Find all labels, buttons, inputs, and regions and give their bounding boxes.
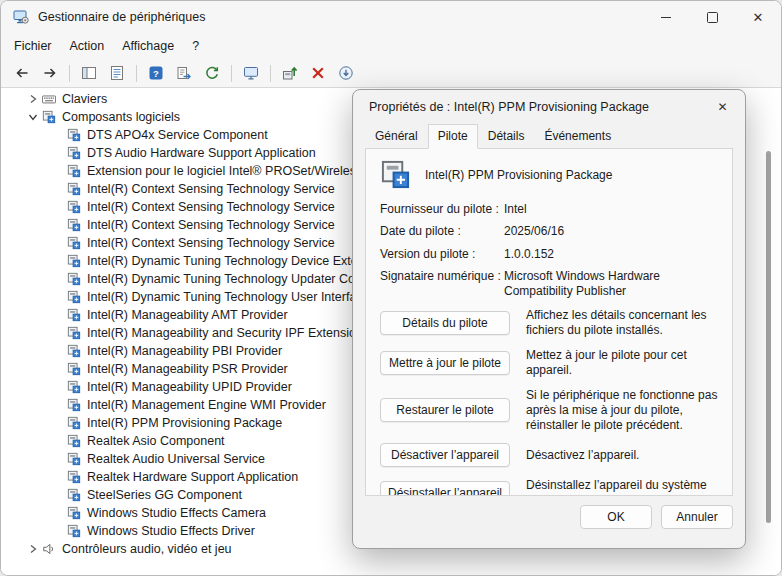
tree-item-label: Intel(R) Manageability AMT Provider: [87, 308, 288, 322]
tab-pilote[interactable]: Pilote: [428, 124, 478, 149]
device-manager-icon: [13, 9, 29, 25]
tree-item-label: Windows Studio Effects Camera: [87, 506, 266, 520]
dialog-tabs: GénéralPiloteDétailsÉvénements: [353, 124, 745, 149]
uninstall-device-button[interactable]: [305, 61, 331, 85]
d-sinstaller-l-appareil-button[interactable]: Désinstaller l’appareil: [380, 481, 510, 496]
component-icon: [67, 380, 81, 394]
action-row-restaurer-le-pilote: Restaurer le piloteSi le périphérique ne…: [380, 388, 718, 432]
field-value: Intel: [504, 202, 718, 216]
action-row-d-sinstaller-l-appareil: Désinstaller l’appareilDésinstallez l’ap…: [380, 478, 718, 496]
driver-fields: Fournisseur du pilote :IntelDate du pilo…: [380, 202, 718, 298]
menu-item-item[interactable]: ?: [183, 36, 208, 56]
collapse-chevron[interactable]: [25, 111, 40, 123]
uninstall-device-icon: [310, 65, 326, 81]
tree-item-label: Intel(R) Context Sensing Technology Serv…: [87, 236, 335, 250]
properties-button[interactable]: [104, 61, 130, 85]
field-label: Signataire numérique :: [380, 269, 504, 298]
component-icon: [67, 182, 81, 196]
tree-item-label: Intel(R) Context Sensing Technology Serv…: [87, 182, 335, 196]
tree-item-label: Claviers: [62, 92, 107, 106]
update-driver-button[interactable]: [277, 61, 303, 85]
remote-computer-button[interactable]: [238, 61, 264, 85]
minimize-button[interactable]: [643, 1, 689, 33]
close-icon: ✕: [753, 10, 764, 25]
back-button[interactable]: [9, 61, 35, 85]
field-label: Fournisseur du pilote :: [380, 202, 504, 216]
driver-tab-page: Intel(R) PPM Provisioning Package Fourni…: [365, 148, 733, 496]
field-label: Version du pilote :: [380, 247, 504, 261]
ok-button[interactable]: OK: [580, 505, 652, 529]
field-value: Microsoft Windows Hardware Compatibility…: [504, 269, 718, 298]
tree-item-label: Windows Studio Effects Driver: [87, 524, 255, 538]
tree-item-label: DTS APO4x Service Component: [87, 128, 268, 142]
action-row-mettre-jour-le-pilote: Mettre à jour le piloteMettez à jour le …: [380, 348, 718, 377]
tree-item-label: Intel(R) PPM Provisioning Package: [87, 416, 282, 430]
show-console-tree-icon: [81, 65, 97, 81]
menu-item-action[interactable]: Action: [61, 36, 114, 56]
tab-g-n-ral[interactable]: Général: [365, 124, 428, 149]
component-icon: [67, 146, 81, 160]
component-icon: [67, 524, 81, 538]
expand-chevron[interactable]: [25, 543, 40, 555]
restaurer-le-pilote-button[interactable]: Restaurer le pilote: [380, 398, 510, 422]
action-description: Désactivez l’appareil.: [526, 448, 718, 463]
action-description: Mettez à jour le pilote pour cet apparei…: [526, 348, 718, 377]
show-console-tree-button[interactable]: [76, 61, 102, 85]
minimize-icon: [661, 17, 671, 18]
properties-dialog: Propriétés de : Intel(R) PPM Provisionin…: [352, 89, 746, 549]
properties-icon: [109, 65, 125, 81]
action-description: Désinstallez l’appareil du système (avan…: [526, 478, 718, 496]
cancel-button[interactable]: Annuler: [661, 505, 733, 529]
maximize-button[interactable]: [689, 1, 735, 33]
dialog-title-bar: Propriétés de : Intel(R) PPM Provisionin…: [353, 90, 745, 124]
dialog-title: Propriétés de : Intel(R) PPM Provisionin…: [369, 100, 649, 114]
component-icon: [67, 164, 81, 178]
driver-field-date-du-pilote: Date du pilote :2025/06/16: [380, 224, 718, 238]
export-list-button[interactable]: [171, 61, 197, 85]
tree-item-label: DTS Audio Hardware Support Application: [87, 146, 316, 160]
forward-icon: [42, 65, 58, 81]
menu-item-affichage[interactable]: Affichage: [113, 36, 183, 56]
scan-hardware-changes-icon: [338, 65, 354, 81]
d-sactiver-l-appareil-button[interactable]: Désactiver l’appareil: [380, 443, 510, 467]
d-tails-du-pilote-button[interactable]: Détails du pilote: [380, 311, 510, 335]
component-icon: [67, 236, 81, 250]
close-button[interactable]: ✕: [735, 1, 781, 33]
tree-item-label: Intel(R) Manageability UPID Provider: [87, 380, 292, 394]
dialog-close-button[interactable]: ✕: [700, 90, 745, 124]
component-icon: [67, 326, 81, 340]
forward-button[interactable]: [37, 61, 63, 85]
speaker-icon: [42, 542, 56, 556]
software-component-icon: [380, 159, 411, 190]
action-description: Si le périphérique ne fonctionne pas apr…: [526, 388, 718, 432]
component-icon: [67, 398, 81, 412]
tree-item-label: Intel(R) Context Sensing Technology Serv…: [87, 218, 335, 232]
menu-item-fichier[interactable]: Fichier: [5, 36, 61, 56]
vertical-scrollbar[interactable]: [766, 151, 771, 523]
component-icon: [67, 128, 81, 142]
refresh-button[interactable]: [199, 61, 225, 85]
keyboard-icon: [42, 92, 56, 106]
help-button[interactable]: ?: [143, 61, 169, 85]
tab-d-tails[interactable]: Détails: [478, 124, 535, 149]
tree-item-label: Intel(R) Manageability PBI Provider: [87, 344, 282, 358]
tree-item-label: Intel(R) Context Sensing Technology Serv…: [87, 200, 335, 214]
tree-item-label: Intel(R) Dynamic Tuning Technology Updat…: [87, 272, 359, 286]
device-name: Intel(R) PPM Provisioning Package: [425, 168, 612, 182]
component-icon: [67, 200, 81, 214]
maximize-icon: [707, 12, 718, 23]
scan-hardware-changes-button[interactable]: [333, 61, 359, 85]
tree-item-label: Intel(R) Manageability PSR Provider: [87, 362, 288, 376]
component-icon: [67, 506, 81, 520]
mettre-jour-le-pilote-button[interactable]: Mettre à jour le pilote: [380, 351, 510, 375]
driver-field-version-du-pilote: Version du pilote :1.0.0.152: [380, 247, 718, 261]
window-controls: ✕: [643, 1, 781, 33]
action-description: Affichez les détails concernant les fich…: [526, 308, 718, 337]
component-icon: [67, 308, 81, 322]
tree-item-label: Realtek Asio Component: [87, 434, 225, 448]
toolbar: ?: [1, 59, 781, 88]
tab-v-nements[interactable]: Événements: [534, 124, 621, 149]
tree-item-label: Intel(R) Dynamic Tuning Technology User …: [87, 290, 363, 304]
driver-field-signataire-num-rique: Signataire numérique :Microsoft Windows …: [380, 269, 718, 298]
expand-chevron[interactable]: [25, 93, 40, 105]
